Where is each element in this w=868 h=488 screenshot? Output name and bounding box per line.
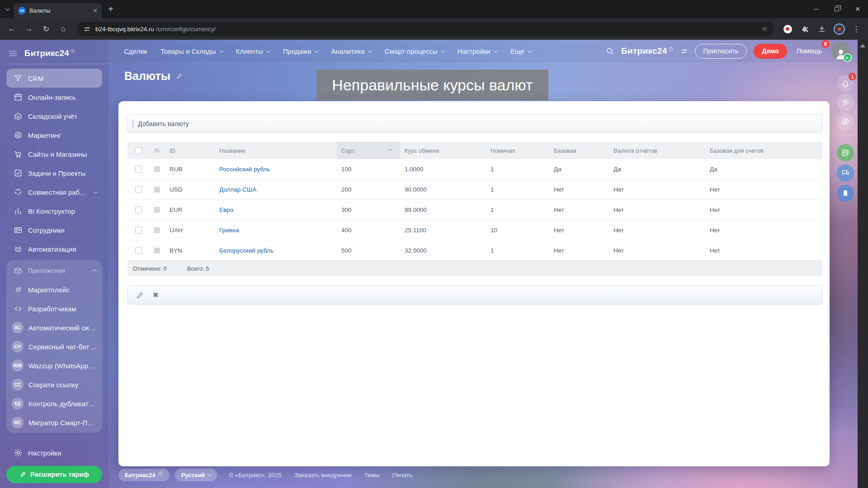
site-settings-icon[interactable] [83, 25, 91, 33]
home-button[interactable]: ⌂ [56, 22, 71, 36]
sidebar-item-short-link[interactable]: СССократи ссылку [6, 375, 102, 394]
forward-button[interactable]: → [22, 22, 36, 36]
sidebar-item-marketing[interactable]: Маркетинг [6, 126, 102, 145]
window-restore-button[interactable] [826, 0, 847, 18]
sidebar: Битрикс24 CRMОнлайн-записьСкладской учёт… [0, 40, 108, 488]
nav-item-smart-processes[interactable]: Смарт-процессы [385, 47, 444, 55]
row-checkbox[interactable] [135, 247, 142, 254]
plan-switcher-icon[interactable] [680, 47, 688, 55]
currency-name-link[interactable]: Евро [219, 206, 233, 213]
reload-button[interactable]: ↻ [39, 22, 53, 36]
sidebar-item-apps[interactable]: Приложения [6, 261, 102, 280]
footer-brand[interactable]: Битрикс24 [118, 469, 170, 481]
extensions-puzzle-icon[interactable] [797, 22, 812, 36]
grid-settings-icon[interactable] [149, 142, 165, 159]
row-menu-icon[interactable] [154, 248, 160, 253]
column-header[interactable]: Валюта отчётов [609, 142, 705, 159]
browser-tab[interactable]: 24 Валюты × [14, 3, 102, 18]
recorder-extension-icon[interactable] [780, 22, 795, 36]
menu-toggle-icon[interactable] [9, 51, 17, 56]
sidebar-item-bi-builder[interactable]: BI Конструктор [6, 202, 102, 221]
browser-profile-avatar[interactable] [832, 22, 846, 36]
column-header[interactable]: Сорт. [337, 142, 400, 159]
row-checkbox[interactable] [135, 206, 142, 213]
upgrade-plan-button[interactable]: Расширить тариф [6, 466, 102, 483]
messenger-button[interactable] [837, 113, 854, 130]
row-checkbox[interactable] [135, 166, 142, 173]
user-avatar[interactable]: ▶ [831, 42, 850, 61]
edit-pencil-icon[interactable] [136, 291, 144, 299]
sidebar-item-online-booking[interactable]: Онлайн-запись [6, 88, 102, 107]
notifications-button[interactable]: 1 [837, 75, 854, 92]
help-button[interactable]: Помощь8 [794, 44, 825, 59]
new-tab-button[interactable]: + [108, 4, 113, 14]
browser-menu-icon[interactable]: ⋮ [849, 22, 863, 36]
demo-button[interactable]: Демо [754, 44, 787, 59]
back-button[interactable]: ← [5, 22, 19, 36]
column-header[interactable]: Название [215, 142, 337, 159]
tab-search-button[interactable] [0, 8, 14, 11]
row-checkbox[interactable] [135, 227, 142, 234]
sidebar-item-inventory[interactable]: Складской учёт [6, 107, 102, 126]
footer-link[interactable]: Темы [364, 472, 380, 479]
sidebar-item-smart-migrator[interactable]: МСМигратор Смарт-Пр... [6, 413, 102, 432]
add-currency-button[interactable]: Добавить валюту [127, 114, 822, 133]
search-icon[interactable] [605, 47, 614, 56]
sidebar-item-settings[interactable]: Настройки [6, 443, 102, 462]
window-close-button[interactable]: × [847, 0, 868, 18]
news-feed-button[interactable] [837, 144, 854, 161]
sidebar-item-tasks-projects[interactable]: Задачи и Проекты [6, 164, 102, 183]
column-header[interactable]: Базовая [549, 142, 609, 159]
page-scrollbar[interactable] [858, 40, 868, 488]
nav-item-analytics[interactable]: Аналитика [331, 47, 371, 55]
nav-item-clients[interactable]: Клиенты [236, 47, 269, 55]
chevron-down-icon [5, 6, 9, 11]
row-menu-icon[interactable] [154, 227, 160, 233]
sidebar-item-duplicate-control[interactable]: КДКонтроль дубликато... [6, 394, 102, 413]
chats-button[interactable] [837, 164, 854, 182]
sidebar-item-marketplace[interactable]: Маркетплейс [6, 280, 102, 299]
column-header[interactable]: ID [165, 142, 215, 159]
invite-button[interactable]: Пригласить [695, 44, 747, 59]
nav-item-sales[interactable]: Продажи [283, 47, 318, 55]
currency-name-link[interactable]: Доллар США [219, 186, 256, 193]
tab-close-icon[interactable]: × [93, 7, 97, 14]
edit-title-pencil-icon[interactable] [176, 73, 183, 80]
column-header[interactable]: Базовая для счетов [705, 142, 822, 159]
language-selector[interactable]: Русский [175, 469, 217, 481]
row-menu-icon[interactable] [154, 207, 160, 213]
currency-name-link[interactable]: Гривна [219, 227, 239, 234]
sidebar-item-employees[interactable]: Сотрудники [6, 221, 102, 239]
footer-link[interactable]: Печать [392, 472, 412, 479]
sidebar-item-sites-stores[interactable]: Сайты и Магазины [6, 145, 102, 164]
nav-item-products-warehouses[interactable]: Товары и Склады [160, 47, 222, 55]
bookmarks-button[interactable] [837, 185, 854, 202]
nav-item-settings[interactable]: Настройки [457, 47, 497, 55]
downloads-icon[interactable] [815, 22, 829, 36]
bookmark-star-icon[interactable]: ☆ [762, 25, 768, 33]
select-all-checkbox[interactable] [127, 142, 149, 159]
column-header[interactable]: Номинал [486, 142, 549, 159]
sidebar-item-auto-sync[interactable]: АСАвтоматический син... [6, 318, 102, 337]
footer-link[interactable]: Заказать внедрение [294, 472, 352, 479]
sidebar-item-collaboration[interactable]: Совместная работа [6, 183, 102, 202]
nav-item-deals[interactable]: Сделки [124, 47, 147, 55]
nav-item-more[interactable]: Еще [510, 47, 531, 55]
delete-cross-icon[interactable]: ✖ [153, 291, 159, 299]
sidebar-item-developers[interactable]: Разработчикам [6, 299, 102, 318]
row-menu-icon[interactable] [154, 166, 160, 172]
copilot-button[interactable] [837, 94, 854, 111]
currency-name-link[interactable]: Белорусский рубль [219, 247, 274, 254]
copyright-text: © «Битрикс», 2025 [229, 472, 282, 479]
window-minimize-button[interactable] [806, 0, 826, 18]
sidebar-item-wazzup[interactable]: WWWazzup (WhatsApp, ... [6, 356, 102, 375]
column-header[interactable]: Курс обмена [400, 142, 486, 159]
chevron-down-icon [440, 48, 445, 53]
currency-name-link[interactable]: Российский рубль [219, 166, 270, 173]
row-menu-icon[interactable] [154, 187, 160, 192]
sidebar-item-service-chatbot[interactable]: СЧСервисный чат-бот ... [6, 337, 102, 356]
address-bar[interactable]: b24-tbcqvq.bitrix24.ru/crm/configs/curre… [77, 22, 774, 36]
row-checkbox[interactable] [135, 186, 142, 193]
sidebar-item-automation[interactable]: Автоматизация [6, 239, 102, 258]
sidebar-item-crm[interactable]: CRM [6, 69, 102, 88]
